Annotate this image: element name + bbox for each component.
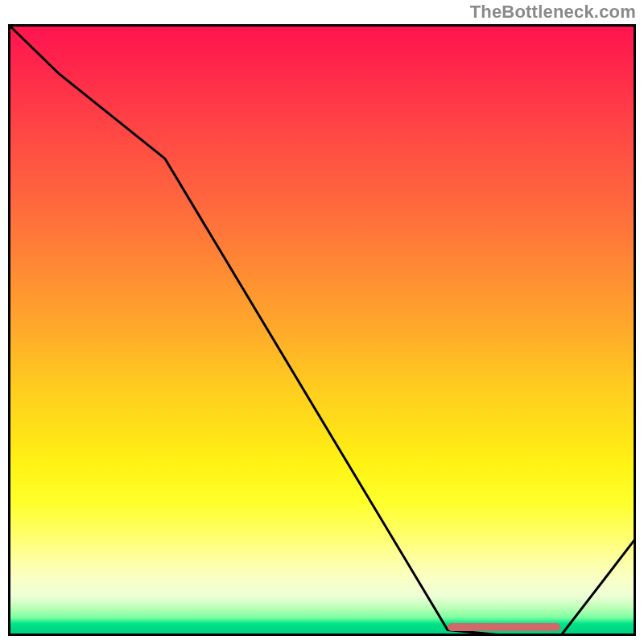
bottleneck-curve: [8, 24, 636, 636]
optimum-marker: [448, 623, 560, 631]
plot-area: [8, 24, 636, 636]
curve-path: [8, 24, 636, 636]
attribution-label: TheBottleneck.com: [470, 2, 636, 23]
chart-container: TheBottleneck.com: [0, 0, 644, 644]
